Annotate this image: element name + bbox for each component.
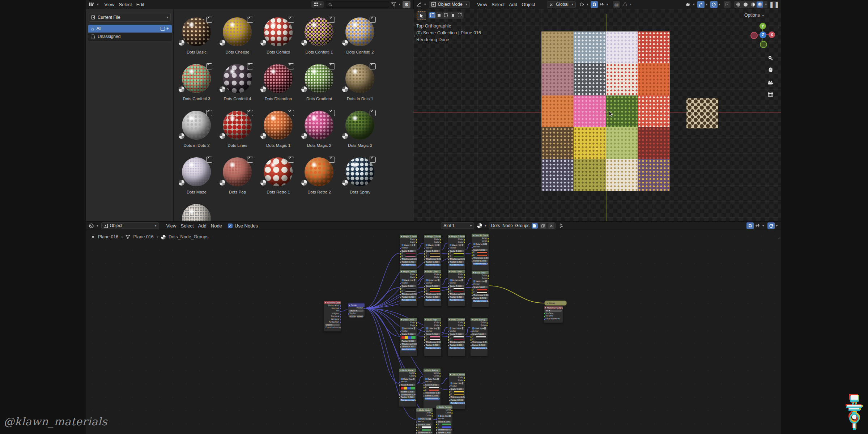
node-title[interactable]: ▾ Texture Coordinate	[324, 301, 341, 304]
material-thumbnail[interactable]: Dots Maze	[176, 157, 217, 201]
select-circle-button[interactable]	[443, 12, 449, 18]
ne-overlays-toggle[interactable]	[767, 222, 775, 229]
fake-user-button[interactable]	[532, 223, 538, 229]
chevron-down-icon[interactable]: ▾	[776, 224, 778, 227]
edit-asset-icon[interactable]	[206, 17, 212, 23]
ne-menu-view[interactable]: View	[164, 222, 179, 229]
group-node[interactable]: ▾ Dots ComicsColorColorDots ComicsVector…	[436, 405, 453, 434]
edit-asset-icon[interactable]	[370, 157, 376, 163]
material-plane-tile[interactable]	[638, 127, 670, 159]
node-title[interactable]: ▾ Magic 1 Dots	[400, 235, 417, 238]
options-dropdown[interactable]: Options ▾	[741, 12, 767, 18]
material-thumbnail[interactable]: Dots Comics	[258, 17, 298, 61]
gizmos-toggle[interactable]	[697, 1, 705, 8]
material-thumbnail[interactable]: Dots Retro 2	[299, 157, 339, 201]
ne-menu-add[interactable]: Add	[196, 222, 209, 229]
node-title[interactable]: ▾ Dots Loop	[448, 270, 465, 273]
group-node[interactable]: ▾ Magic 2 DotsColorColorMagic 2 DotsVect…	[424, 234, 442, 271]
edit-asset-icon[interactable]	[206, 63, 212, 69]
visibility-popover-button[interactable]: ▾	[685, 2, 695, 7]
add-catalog-icon[interactable]: +	[166, 26, 169, 31]
mode-dropdown[interactable]: Object Mode ▾	[429, 1, 470, 8]
shading-solid-button[interactable]	[742, 1, 749, 8]
edit-asset-icon[interactable]	[247, 157, 253, 163]
catalog-item-all[interactable]: ⌂ All +	[88, 25, 172, 33]
node-title[interactable]: ▾ Dots Loop	[424, 270, 441, 273]
settings-gear-button[interactable]: ⚙	[403, 1, 410, 8]
edit-asset-icon[interactable]	[329, 110, 335, 116]
material-plane-tile[interactable]	[606, 63, 638, 95]
material-plane-tile[interactable]	[574, 95, 606, 127]
pin-button[interactable]	[559, 224, 563, 228]
pause-render-button[interactable]: ❚❚	[770, 1, 778, 8]
snap-magnet-toggle[interactable]	[591, 1, 598, 8]
ne-snap-toggle[interactable]	[746, 222, 754, 229]
gizmo-axis-x[interactable]: X	[769, 31, 775, 38]
edit-asset-icon[interactable]	[288, 157, 294, 163]
material-plane-tile[interactable]	[574, 159, 606, 191]
material-plane-tile[interactable]	[638, 95, 670, 127]
unlink-material-button[interactable]: ✕	[548, 223, 554, 229]
material-thumbnail[interactable]: Dots Distortion	[258, 64, 298, 107]
chevron-down-icon[interactable]: ▾	[706, 3, 707, 6]
menu-edit[interactable]: Edit	[134, 1, 146, 8]
material-thumbnail[interactable]: Dots Magic 1	[258, 111, 298, 154]
edit-asset-icon[interactable]	[370, 110, 376, 116]
texture-coordinate-node[interactable]: ▾ Texture CoordinateGeneratedNormalUVObj…	[324, 301, 341, 332]
material-output-node[interactable]: ▾ Material OutputAll ▾SurfaceVolumeDispl…	[544, 306, 563, 323]
select-tweak-button[interactable]	[436, 12, 442, 18]
node-title[interactable]: ▾ Dots Cheese	[449, 373, 465, 376]
viewport-canvas[interactable]: › Top Orthographic (0) Scene Collection …	[413, 9, 781, 221]
material-thumbnail[interactable]: Dots In Dots 1	[340, 64, 380, 107]
group-node[interactable]: ▾ Dots CheeseColorColorDots CheeseVector…	[448, 373, 465, 409]
group-node[interactable]: ▾ Basic DotsColorColorBasic DotsVectorSc…	[471, 271, 489, 307]
edit-asset-icon[interactable]	[206, 110, 212, 116]
edit-asset-icon[interactable]	[288, 63, 294, 69]
node-title[interactable]: ▾ Dots In Dots	[472, 234, 489, 237]
copy-material-button[interactable]	[540, 223, 546, 229]
vp-menu-add[interactable]: Add	[507, 1, 519, 8]
group-node[interactable]: ▾ Dots BasicColorColorDots BasicVectorSc…	[416, 408, 433, 434]
new-catalog-icon[interactable]	[161, 27, 165, 31]
material-plane-tile[interactable]	[606, 31, 638, 63]
group-node[interactable]: ▾ Dots PopColorColorDots PopVectorScale …	[424, 318, 442, 356]
vp-menu-select[interactable]: Select	[489, 1, 507, 8]
menu-view[interactable]: View	[102, 1, 117, 8]
group-node[interactable]: ▾ Dots GradientColorColorDots GradientVe…	[448, 318, 465, 356]
orthographic-toggle-button[interactable]	[766, 89, 775, 99]
ne-snap-settings[interactable]: ▾	[755, 224, 764, 228]
viewport-editor-type[interactable]: ▾	[416, 2, 426, 7]
material-plane-tile[interactable]	[606, 127, 638, 159]
edit-asset-icon[interactable]	[288, 110, 294, 116]
transform-orientation-dropdown[interactable]: Global ▾	[547, 1, 576, 8]
node-title[interactable]: ▾ Magic 3 Dots	[448, 235, 465, 238]
material-thumbnail[interactable]: Dots Confetti 4	[217, 64, 258, 107]
group-node[interactable]: ▾ Dots LinesColorColorDots LinesVectorSc…	[400, 318, 417, 356]
display-mode-button[interactable]: ▾	[311, 1, 324, 8]
material-thumbnail[interactable]: Dots Confetti 1	[299, 17, 339, 61]
pan-tool-button[interactable]	[766, 65, 775, 75]
edit-asset-icon[interactable]	[247, 63, 253, 69]
snap-settings-button[interactable]: ▾	[599, 2, 608, 7]
node-title[interactable]: ▾ Material Output	[544, 306, 563, 309]
gizmo-axis-z[interactable]: Z	[760, 31, 766, 38]
gizmo-axis-x-neg[interactable]	[750, 32, 758, 39]
group-node[interactable]: ▾ Dots SprayColorColorDots SprayVectorSc…	[470, 318, 488, 356]
edit-asset-icon[interactable]	[329, 157, 335, 163]
node-title[interactable]: ▾ Magic Loop	[400, 270, 417, 273]
node-title[interactable]: ▾ Dots Maze	[399, 369, 416, 372]
snap-target-button[interactable]: ▾	[579, 2, 588, 7]
material-thumbnail[interactable]: Dots Cheese	[217, 17, 258, 61]
material-plane-tile[interactable]	[541, 31, 574, 63]
vp-menu-object[interactable]: Object	[519, 1, 537, 8]
use-nodes-toggle[interactable]: ✓ Use Nodes	[228, 223, 258, 229]
material-thumbnail[interactable]: Dots Confetti 3	[176, 64, 217, 107]
material-browse-button[interactable]: ▾	[477, 223, 486, 228]
node-title[interactable]: ▾ Magic 2 Dots	[424, 235, 441, 238]
navigation-gizmo[interactable]: Y Z X	[750, 22, 776, 48]
select-box-button[interactable]	[429, 12, 435, 18]
node-title[interactable]: ▾ Dots Retro	[424, 369, 441, 372]
group-node[interactable]: ▾ Dots LoopColorColorDots LoopVectorScal…	[424, 269, 442, 306]
shading-material-button[interactable]	[749, 1, 756, 8]
node-title[interactable]: ▾ Dots Spray	[471, 318, 488, 321]
